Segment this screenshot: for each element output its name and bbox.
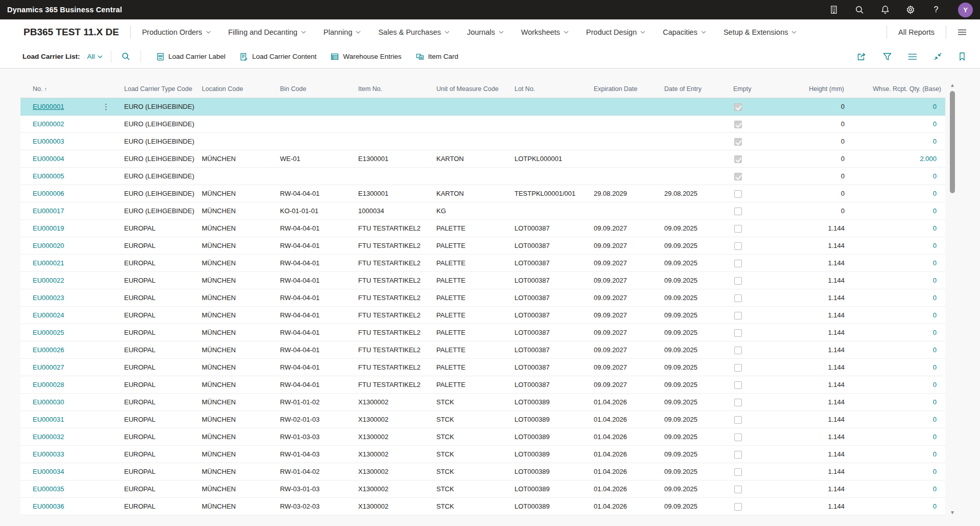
column-header-uom[interactable]: Unit of Measure Code	[436, 85, 515, 93]
load-carrier-link[interactable]: EU000002	[33, 120, 64, 128]
qty-link[interactable]: 0	[933, 416, 937, 423]
qty-link[interactable]: 0	[933, 190, 937, 197]
qty-link[interactable]: 0	[933, 259, 937, 267]
table-row[interactable]: EU000022 ⋮ EUROPAL MÜNCHEN RW-04-04-01 F…	[20, 272, 945, 289]
qty-link[interactable]: 0	[933, 207, 937, 215]
table-row[interactable]: EU000035 ⋮ EUROPAL MÜNCHEN RW-03-01-03 X…	[20, 481, 945, 498]
load-carrier-link[interactable]: EU000022	[33, 277, 64, 284]
notifications-icon[interactable]	[880, 5, 890, 14]
load-carrier-link[interactable]: EU000001	[33, 103, 64, 110]
empty-checkbox[interactable]	[734, 451, 742, 459]
load-carrier-link[interactable]: EU000035	[33, 485, 64, 493]
load-carrier-link[interactable]: EU000032	[33, 433, 64, 441]
organization-icon[interactable]	[829, 5, 838, 14]
table-row[interactable]: EU000021 ⋮ EUROPAL MÜNCHEN RW-04-04-01 F…	[20, 255, 945, 272]
qty-link[interactable]: 0	[933, 450, 937, 458]
column-header-no[interactable]: No.↑	[20, 85, 102, 93]
nav-item-setup-extensions[interactable]: Setup & Extensions	[724, 28, 797, 36]
choose-view-icon[interactable]	[908, 53, 917, 60]
settings-gear-icon[interactable]	[906, 5, 915, 14]
empty-checkbox[interactable]	[734, 503, 742, 511]
table-row[interactable]: EU000033 ⋮ EUROPAL MÜNCHEN RW-01-04-03 X…	[20, 446, 945, 463]
nav-item-planning[interactable]: Planning	[323, 28, 361, 36]
nav-item-filling-and-decanting[interactable]: Filling and Decanting	[228, 28, 306, 36]
column-header-item[interactable]: Item No.	[358, 85, 436, 93]
table-row[interactable]: EU000020 ⋮ EUROPAL MÜNCHEN RW-04-04-01 F…	[20, 237, 945, 255]
qty-link[interactable]: 0	[933, 311, 937, 319]
empty-checkbox[interactable]	[734, 121, 742, 128]
qty-link[interactable]: 0	[933, 468, 937, 475]
table-row[interactable]: EU000028 ⋮ EUROPAL MÜNCHEN RW-04-04-01 F…	[20, 376, 945, 394]
qty-link[interactable]: 0	[933, 120, 937, 128]
column-header-height[interactable]: Height (mm)	[777, 85, 848, 93]
table-row[interactable]: EU000019 ⋮ EUROPAL MÜNCHEN RW-04-04-01 F…	[20, 220, 945, 237]
nav-item-production-orders[interactable]: Production Orders	[142, 28, 211, 36]
nav-item-worksheets[interactable]: Worksheets	[521, 28, 569, 36]
warehouse-entries-button[interactable]: Warehouse Entries	[331, 53, 401, 61]
load-carrier-link[interactable]: EU000033	[33, 450, 64, 458]
table-row[interactable]: EU000004 ⋮ EURO (LEIHGEBINDE) MÜNCHEN WE…	[20, 150, 945, 168]
table-row[interactable]: EU000036 ⋮ EUROPAL MÜNCHEN RW-03-02-03 X…	[20, 498, 945, 515]
load-carrier-link[interactable]: EU000031	[33, 416, 64, 423]
empty-checkbox[interactable]	[734, 155, 742, 163]
nav-item-product-design[interactable]: Product Design	[586, 28, 645, 36]
empty-checkbox[interactable]	[734, 225, 742, 233]
qty-link[interactable]: 0	[933, 242, 937, 249]
empty-checkbox[interactable]	[734, 416, 742, 424]
view-filter-dropdown[interactable]: All	[87, 53, 103, 60]
empty-checkbox[interactable]	[734, 190, 742, 198]
load-carrier-link[interactable]: EU000025	[33, 329, 64, 336]
qty-link[interactable]: 0	[933, 103, 937, 110]
qty-link[interactable]: 0	[933, 363, 937, 371]
empty-checkbox[interactable]	[734, 173, 742, 180]
qty-link[interactable]: 0	[933, 485, 937, 493]
more-menu-icon[interactable]	[958, 29, 967, 35]
empty-checkbox[interactable]	[734, 468, 742, 476]
load-carrier-link[interactable]: EU000024	[33, 311, 64, 319]
table-row[interactable]: EU000002 ⋮ EURO (LEIHGEBINDE) 0 0	[20, 116, 945, 133]
qty-link[interactable]: 0	[933, 381, 937, 388]
column-header-lot[interactable]: Lot No.	[515, 85, 594, 93]
empty-checkbox[interactable]	[734, 364, 742, 372]
empty-checkbox[interactable]	[734, 329, 742, 337]
table-row[interactable]: EU000003 ⋮ EURO (LEIHGEBINDE) 0 0	[20, 133, 945, 150]
load-carrier-link[interactable]: EU000021	[33, 259, 64, 267]
load-carrier-link[interactable]: EU000027	[33, 363, 64, 371]
qty-link[interactable]: 0	[933, 329, 937, 336]
empty-checkbox[interactable]	[734, 242, 742, 250]
filter-icon[interactable]	[883, 53, 892, 61]
empty-checkbox[interactable]	[734, 399, 742, 406]
nav-item-sales-purchases[interactable]: Sales & Purchases	[378, 28, 450, 36]
load-carrier-link[interactable]: EU000036	[33, 502, 64, 510]
load-carrier-link[interactable]: EU000017	[33, 207, 64, 215]
qty-link[interactable]: 0	[933, 224, 937, 232]
empty-checkbox[interactable]	[734, 433, 742, 441]
nav-item-journals[interactable]: Journals	[467, 28, 504, 36]
qty-link[interactable]: 0	[933, 277, 937, 284]
column-header-bin[interactable]: Bin Code	[280, 85, 358, 93]
user-avatar[interactable]: Y	[958, 3, 973, 17]
column-header-type[interactable]: Load Carrier Type Code	[124, 85, 202, 93]
load-carrier-link[interactable]: EU000023	[33, 294, 64, 302]
scroll-down-arrow[interactable]: ▼	[948, 509, 956, 516]
help-icon[interactable]: ?	[931, 5, 941, 14]
empty-checkbox[interactable]	[734, 381, 742, 389]
column-header-expiration[interactable]: Expiration Date	[594, 85, 664, 93]
list-search-icon[interactable]	[120, 52, 132, 61]
nav-item-capacities[interactable]: Capacities	[663, 28, 706, 36]
qty-link[interactable]: 0	[933, 433, 937, 441]
search-icon[interactable]	[855, 5, 864, 14]
qty-link[interactable]: 0	[933, 398, 937, 406]
table-row[interactable]: EU000023 ⋮ EUROPAL MÜNCHEN RW-04-04-01 F…	[20, 289, 945, 307]
collapse-icon[interactable]	[934, 52, 942, 61]
load-carrier-link[interactable]: EU000004	[33, 155, 64, 163]
empty-checkbox[interactable]	[734, 486, 742, 493]
table-row[interactable]: EU000026 ⋮ EUROPAL MÜNCHEN RW-04-04-01 F…	[20, 341, 945, 359]
empty-checkbox[interactable]	[734, 260, 742, 267]
load-carrier-link[interactable]: EU000003	[33, 138, 64, 145]
load-carrier-link[interactable]: EU000026	[33, 346, 64, 354]
table-row[interactable]: EU000006 ⋮ EURO (LEIHGEBINDE) MÜNCHEN RW…	[20, 185, 945, 202]
empty-checkbox[interactable]	[734, 277, 742, 285]
qty-link[interactable]: 0	[933, 502, 937, 510]
column-header-location[interactable]: Location Code	[202, 85, 280, 93]
